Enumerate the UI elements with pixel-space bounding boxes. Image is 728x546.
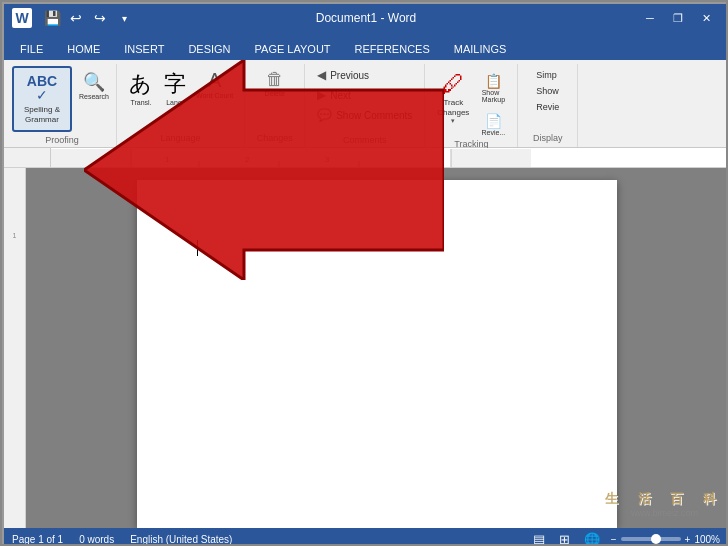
track-changes-label: TrackChanges — [437, 98, 469, 117]
show-comments-icon: 💬 — [317, 108, 332, 122]
word-count-label: Word Count — [196, 92, 233, 99]
tab-page-layout[interactable]: PAGE LAYOUT — [243, 38, 343, 60]
language-group-label: Language — [161, 133, 201, 145]
language-icon: 字 — [164, 69, 186, 99]
research-button[interactable]: 🔍 Research — [76, 68, 112, 103]
changes-content: 🗑 Delete — [259, 66, 291, 133]
show-button[interactable]: Show — [532, 84, 563, 98]
revie-label: Revie — [536, 102, 559, 112]
proofing-group: ABC ✓ Spelling &Grammar 🔍 Research Proof… — [8, 64, 117, 147]
close-button[interactable]: ✕ — [692, 8, 720, 28]
minimize-button[interactable]: ─ — [636, 8, 664, 28]
svg-text:1: 1 — [165, 155, 170, 164]
tab-mailings[interactable]: MAILINGS — [442, 38, 519, 60]
next-icon: ▶ — [317, 88, 326, 102]
tab-home[interactable]: HOME — [55, 38, 112, 60]
watermark-text: 生 活 百 科 — [605, 490, 724, 508]
tab-design[interactable]: DESIGN — [176, 38, 242, 60]
page-info: Page 1 of 1 — [12, 534, 63, 545]
tracking-content: 🖊 TrackChanges ▾ 📋 ShowMarkup 📄 Revie... — [433, 66, 509, 139]
spelling-grammar-label: Spelling &Grammar — [24, 105, 60, 124]
title-bar: W 💾 ↩ ↪ ▾ Document1 - Word ─ ❐ ✕ — [4, 4, 728, 32]
track-changes-button[interactable]: 🖊 TrackChanges ▾ — [433, 66, 473, 132]
tab-insert[interactable]: INSERT — [112, 38, 176, 60]
zoom-in-button[interactable]: + — [685, 534, 691, 545]
zoom-slider[interactable] — [621, 537, 681, 541]
watermark-url: www.bimeiz.com — [631, 508, 698, 518]
translate-label: Transl. — [130, 99, 151, 106]
show-markup-button[interactable]: 📋 ShowMarkup — [477, 70, 509, 106]
previous-label: Previous — [330, 70, 369, 81]
checkmark-icon: ✓ — [36, 88, 48, 102]
changes-group-label: Changes — [257, 133, 293, 145]
next-button[interactable]: ▶ Next — [313, 86, 416, 104]
comments-group: ◀ Previous ▶ Next 💬 Show Comments Commen… — [305, 64, 425, 147]
delete-button[interactable]: 🗑 Delete — [259, 66, 291, 100]
svg-text:3: 3 — [325, 155, 330, 164]
horizontal-ruler: 1 2 3 — [4, 148, 728, 168]
tracking-group: 🖊 TrackChanges ▾ 📋 ShowMarkup 📄 Revie... — [425, 64, 518, 147]
comments-group-label: Comments — [313, 135, 416, 147]
spelling-grammar-button[interactable]: ABC ✓ Spelling &Grammar — [12, 66, 72, 132]
research-label: Research — [79, 93, 109, 100]
full-reading-view[interactable]: ⊞ — [556, 531, 573, 547]
simple-markup-button[interactable]: Simp — [532, 68, 563, 82]
undo-qat-button[interactable]: ↩ — [66, 8, 86, 28]
reviewing-pane-button[interactable]: 📄 Revie... — [477, 110, 509, 139]
zoom-control[interactable]: − + 100% — [611, 534, 720, 545]
status-bar: Page 1 of 1 0 words English (United Stat… — [4, 528, 728, 546]
redo-qat-button[interactable]: ↪ — [90, 8, 110, 28]
simple-markup-label: Simp — [536, 70, 557, 80]
web-layout-view[interactable]: 🌐 — [581, 531, 603, 547]
previous-button[interactable]: ◀ Previous — [313, 66, 416, 84]
simple-group-label: Display — [533, 133, 563, 145]
changes-group: 🗑 Delete Changes — [245, 64, 305, 147]
research-icon: 🔍 — [83, 71, 105, 93]
track-changes-icon: 🖊 — [441, 70, 465, 98]
document-scroll[interactable] — [26, 168, 728, 528]
customize-qat-button[interactable]: ▾ — [114, 8, 134, 28]
zoom-out-button[interactable]: − — [611, 534, 617, 545]
reviewing-pane-label: Revie... — [482, 129, 506, 136]
previous-icon: ◀ — [317, 68, 326, 82]
svg-rect-1 — [131, 149, 451, 167]
translate-button[interactable]: あ Transl. — [125, 66, 157, 109]
ribbon-tabs: FILE HOME INSERT DESIGN PAGE LAYOUT REFE… — [4, 32, 728, 60]
proofing-content: ABC ✓ Spelling &Grammar 🔍 Research — [12, 66, 112, 135]
tab-file[interactable]: FILE — [8, 38, 55, 60]
simple-content: Simp Show Revie — [532, 66, 563, 133]
show-comments-label: Show Comments — [336, 110, 412, 121]
save-qat-button[interactable]: 💾 — [42, 8, 62, 28]
word-count-status: 0 words — [79, 534, 114, 545]
revie-button[interactable]: Revie — [532, 100, 563, 114]
simple-group: Simp Show Revie Display — [518, 64, 578, 147]
next-label: Next — [330, 90, 351, 101]
svg-text:2: 2 — [245, 155, 250, 164]
ruler-body: 1 2 3 — [50, 148, 728, 167]
abc-label: ABC — [27, 74, 57, 88]
word-count-button[interactable]: A Word Count — [193, 66, 236, 102]
show-markup-icon: 📋 — [485, 73, 502, 89]
show-label: Show — [536, 86, 559, 96]
delete-icon: 🗑 — [266, 69, 284, 90]
document-title: Document1 - Word — [316, 11, 416, 25]
ribbon: ABC ✓ Spelling &Grammar 🔍 Research Proof… — [4, 60, 728, 148]
window-controls: ─ ❐ ✕ — [636, 8, 720, 28]
delete-label: Delete — [265, 90, 285, 97]
reviewing-pane-icon: 📄 — [485, 113, 502, 129]
document-page[interactable] — [137, 180, 617, 528]
word-count-icon: A — [208, 69, 221, 92]
language-status: English (United States) — [130, 534, 232, 545]
tab-references[interactable]: REFERENCES — [343, 38, 442, 60]
status-right: ▤ ⊞ 🌐 − + 100% — [530, 531, 720, 547]
track-changes-arrow: ▾ — [451, 117, 455, 125]
document-area: 1 — [4, 168, 728, 528]
language-label: Lang. — [166, 99, 184, 106]
print-layout-view[interactable]: ▤ — [530, 531, 548, 547]
title-bar-icons: W 💾 ↩ ↪ ▾ — [12, 8, 134, 28]
restore-button[interactable]: ❐ — [664, 8, 692, 28]
language-button[interactable]: 字 Lang. — [159, 66, 191, 109]
language-group: あ Transl. 字 Lang. A Word Count Language — [117, 64, 245, 147]
show-comments-button[interactable]: 💬 Show Comments — [313, 106, 416, 124]
translate-icon: あ — [129, 69, 152, 99]
